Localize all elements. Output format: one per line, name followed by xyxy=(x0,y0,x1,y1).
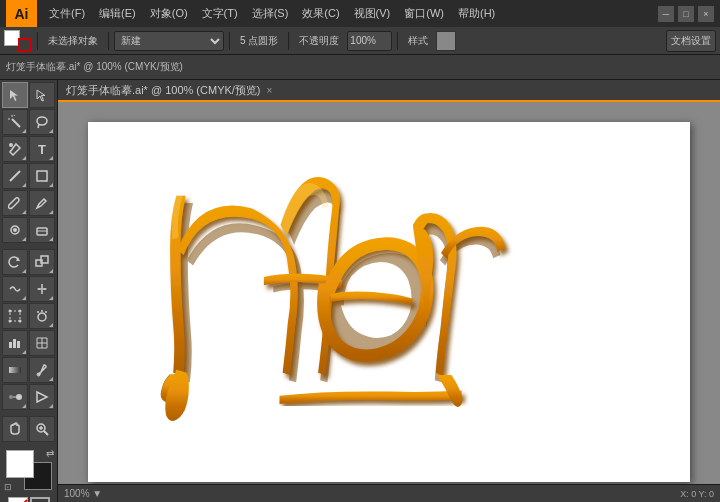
svg-point-4 xyxy=(37,117,47,125)
canvas[interactable] xyxy=(58,102,720,502)
window-maximize[interactable]: □ xyxy=(678,6,694,22)
svg-line-42 xyxy=(44,431,48,435)
lasso-tool[interactable] xyxy=(29,109,55,135)
canvas-area: 灯笼手体临摹.ai* @ 100% (CMYK/预览) × xyxy=(58,80,720,502)
opacity-label: 不透明度 xyxy=(294,30,344,52)
hand-tool[interactable] xyxy=(2,416,28,442)
artboard xyxy=(88,122,690,482)
svg-point-24 xyxy=(37,311,39,313)
direct-select-tool[interactable] xyxy=(29,82,55,108)
tool-row-11 xyxy=(2,357,55,383)
selection-label: 未选择对象 xyxy=(43,30,103,52)
blend-tool[interactable] xyxy=(2,384,28,410)
svg-rect-29 xyxy=(17,341,20,348)
width-tool[interactable] xyxy=(29,276,55,302)
mesh-tool[interactable] xyxy=(29,330,55,356)
toolbar-sep-3 xyxy=(229,32,230,50)
toolbar: 未选择对象 新建 5 点圆形 不透明度 样式 文档设置 xyxy=(0,27,720,55)
symbol-spray-tool[interactable] xyxy=(29,303,55,329)
rotate-tool[interactable] xyxy=(2,249,28,275)
stroke-box[interactable] xyxy=(18,38,32,52)
fg-bg-box: ⇄ ⊡ xyxy=(6,450,52,490)
svg-point-25 xyxy=(41,310,43,312)
svg-line-5 xyxy=(38,124,39,128)
props-bar: 灯笼手体临摹.ai* @ 100% (CMYK/预览) xyxy=(0,55,720,80)
svg-rect-18 xyxy=(10,311,20,321)
ai-logo: Ai xyxy=(6,0,37,27)
svg-line-0 xyxy=(12,119,20,127)
stroke-fill-indicator[interactable] xyxy=(4,30,32,52)
reset-colors-icon[interactable]: ⊡ xyxy=(4,482,12,492)
tool-row-3: T xyxy=(2,136,55,162)
svg-line-3 xyxy=(14,115,15,116)
tool-row-5 xyxy=(2,190,55,216)
tool-row-4 xyxy=(2,163,55,189)
toolbar-sep-1 xyxy=(37,32,38,50)
stroke-color-btn[interactable] xyxy=(30,497,50,502)
window-close[interactable]: × xyxy=(698,6,714,22)
fill-color-btn[interactable] xyxy=(8,497,28,502)
menu-view[interactable]: 视图(V) xyxy=(348,4,397,23)
document-tab: 灯笼手体临摹.ai* @ 100% (CMYK/预览) × xyxy=(58,80,720,102)
tools-panel: T xyxy=(0,80,58,502)
svg-point-11 xyxy=(13,228,17,232)
column-graph-tool[interactable] xyxy=(2,330,28,356)
color-area: ⇄ ⊡ xyxy=(2,448,55,492)
type-tool[interactable]: T xyxy=(29,136,55,162)
tool-row-13 xyxy=(2,416,55,442)
paintbrush-tool[interactable] xyxy=(2,190,28,216)
doc-settings-btn[interactable]: 文档设置 xyxy=(666,30,716,52)
eyedropper-tool[interactable] xyxy=(29,357,55,383)
style-preview[interactable] xyxy=(436,31,456,51)
pen-tool[interactable] xyxy=(2,136,28,162)
menu-text[interactable]: 文字(T) xyxy=(196,4,244,23)
svg-rect-8 xyxy=(37,171,47,181)
swap-colors-icon[interactable]: ⇄ xyxy=(46,448,54,459)
svg-point-19 xyxy=(9,310,12,313)
title-bar: Ai 文件(F) 编辑(E) 对象(O) 文字(T) 选择(S) 效果(C) 视… xyxy=(0,0,720,27)
opacity-input[interactable] xyxy=(347,31,392,51)
tool-row-9 xyxy=(2,303,55,329)
scale-tool[interactable] xyxy=(29,249,55,275)
menu-select[interactable]: 选择(S) xyxy=(246,4,295,23)
svg-line-7 xyxy=(10,171,20,181)
menu-window[interactable]: 窗口(W) xyxy=(398,4,450,23)
zoom-label: 灯笼手体临摹.ai* @ 100% (CMYK/预览) xyxy=(6,60,183,74)
svg-point-20 xyxy=(19,310,22,313)
document-tab-close[interactable]: × xyxy=(267,85,273,96)
menu-help[interactable]: 帮助(H) xyxy=(452,4,501,23)
svg-point-39 xyxy=(16,394,22,400)
main-area: T xyxy=(0,80,720,502)
menu-effect[interactable]: 效果(C) xyxy=(296,4,345,23)
eraser-tool[interactable] xyxy=(29,217,55,243)
menu-edit[interactable]: 编辑(E) xyxy=(93,4,142,23)
svg-rect-28 xyxy=(13,339,16,348)
line-tool[interactable] xyxy=(2,163,28,189)
svg-point-6 xyxy=(9,143,13,147)
foreground-color-box[interactable] xyxy=(6,450,34,478)
tool-row-10 xyxy=(2,330,55,356)
warp-tool[interactable] xyxy=(2,276,28,302)
tool-row-8 xyxy=(2,276,55,302)
shape-tool[interactable] xyxy=(29,163,55,189)
svg-point-38 xyxy=(9,395,13,399)
svg-rect-27 xyxy=(9,342,12,348)
toolbar-sep-5 xyxy=(397,32,398,50)
menu-object[interactable]: 对象(O) xyxy=(144,4,194,23)
gradient-tool[interactable] xyxy=(2,357,28,383)
menu-file[interactable]: 文件(F) xyxy=(43,4,91,23)
magic-wand-tool[interactable] xyxy=(2,109,28,135)
window-minimize[interactable]: ─ xyxy=(658,6,674,22)
slice-tool[interactable] xyxy=(29,384,55,410)
status-bar: 100% ▼ X: 0 Y: 0 xyxy=(58,484,720,502)
blob-brush-tool[interactable] xyxy=(2,217,28,243)
document-tab-label: 灯笼手体临摹.ai* @ 100% (CMYK/预览) xyxy=(66,83,261,98)
tool-row-1 xyxy=(2,82,55,108)
tool-row-7 xyxy=(2,249,55,275)
zoom-tool[interactable] xyxy=(29,416,55,442)
free-transform-tool[interactable] xyxy=(2,303,28,329)
pencil-tool[interactable] xyxy=(29,190,55,216)
brush-size-select[interactable]: 新建 xyxy=(114,31,224,51)
select-tool[interactable] xyxy=(2,82,28,108)
style-label: 样式 xyxy=(403,30,433,52)
